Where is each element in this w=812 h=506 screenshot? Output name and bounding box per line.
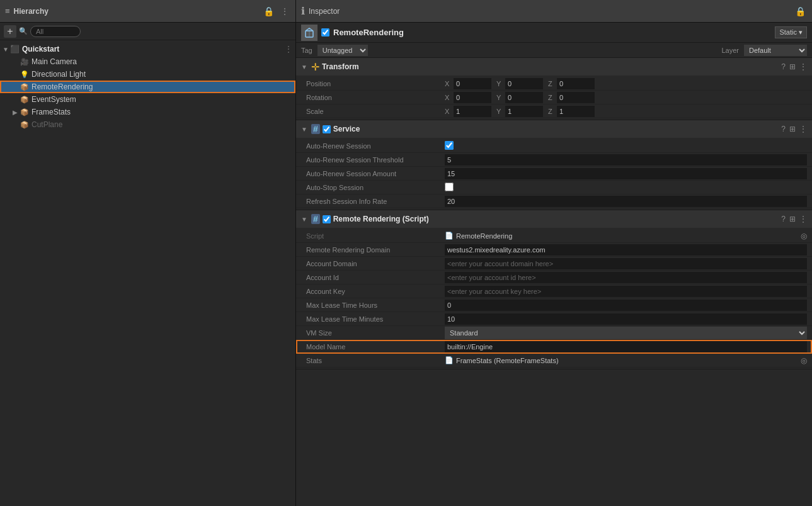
renew-threshold-label: Auto-Renew Session Threshold: [306, 156, 445, 164]
service-dots-icon[interactable]: ⋮: [799, 125, 807, 133]
domain-label: Remote Rendering Domain: [306, 246, 445, 254]
script-hash-icon: #: [311, 214, 320, 224]
tag-dropdown[interactable]: Untagged: [317, 45, 368, 56]
stats-file-icon: 📄: [445, 356, 454, 364]
account-id-field[interactable]: [445, 272, 807, 283]
transform-position-y[interactable]: [505, 78, 543, 89]
transform-rotation-label: Rotation: [306, 94, 445, 101]
lock-icon[interactable]: 🔒: [262, 5, 275, 18]
service-help-icon[interactable]: ?: [781, 125, 786, 133]
transform-position-z[interactable]: [557, 78, 595, 89]
script-settings-icon[interactable]: ⊞: [789, 215, 796, 223]
add-button[interactable]: +: [4, 25, 16, 38]
tree-item-cut-plane[interactable]: 📦 CutPlane: [0, 118, 295, 131]
service-settings-icon[interactable]: ⊞: [789, 125, 796, 133]
service-hash-icon: #: [311, 124, 320, 134]
script-dots-icon[interactable]: ⋮: [799, 215, 807, 223]
renew-amount-label: Auto-Renew Session Amount: [306, 170, 445, 177]
tree-item-directional-light[interactable]: 💡 Directional Light: [0, 68, 295, 81]
tree-item-remote-rendering[interactable]: 📦 RemoteRendering: [0, 81, 295, 93]
transform-scale-y[interactable]: [505, 106, 543, 117]
domain-field[interactable]: [445, 244, 807, 256]
transform-settings-icon[interactable]: ⊞: [789, 62, 796, 71]
transform-rotation-xyz: X Y Z: [445, 92, 807, 103]
script-ref-value: RemoteRendering: [456, 232, 512, 240]
xyz-y-label-rot: Y: [496, 94, 505, 101]
tag-label: Tag: [301, 47, 312, 54]
transform-dots-icon[interactable]: ⋮: [799, 62, 807, 71]
hamburger-icon: ≡: [5, 6, 10, 16]
transform-section-header[interactable]: ▼ ✛ Transform ? ⊞ ⋮: [296, 58, 812, 76]
inspector-header: ℹ Inspector 🔒: [296, 0, 812, 23]
object-enabled-checkbox[interactable]: [321, 28, 329, 37]
script-help-icon[interactable]: ?: [781, 215, 786, 223]
account-domain-label: Account Domain: [306, 260, 445, 267]
tree-icon-cut-plane: 📦: [20, 121, 29, 129]
account-key-field[interactable]: [445, 286, 807, 297]
tree-label-main-camera: Main Camera: [31, 57, 77, 66]
stats-ref-value: FrameStats (RemoteFrameStats): [456, 357, 559, 364]
search-input[interactable]: [30, 26, 81, 37]
tree-label-directional-light: Directional Light: [31, 70, 86, 79]
dots-menu-icon[interactable]: ⋮: [279, 5, 290, 18]
service-auto-renew-row: Auto-Renew Session: [296, 139, 812, 153]
inspector-lock-icon[interactable]: 🔒: [794, 5, 807, 18]
tree-item-frame-stats[interactable]: ▶ 📦 FrameStats: [0, 106, 295, 118]
transform-rotation-x[interactable]: [454, 92, 491, 103]
service-section-header[interactable]: ▼ # Service ? ⊞ ⋮: [296, 120, 812, 138]
stats-ref: 📄 FrameStats (RemoteFrameStats): [445, 356, 798, 364]
script-script-row: Script 📄 RemoteRendering ◎: [296, 229, 812, 243]
refresh-rate-field[interactable]: [445, 196, 807, 207]
script-lease-minutes-row: Max Lease Time Minutes: [296, 312, 812, 326]
transform-scale-x[interactable]: [454, 106, 491, 117]
transform-help-icon[interactable]: ?: [781, 62, 786, 71]
account-domain-field[interactable]: [445, 258, 807, 269]
hierarchy-header: ≡ Hierarchy 🔒 ⋮: [0, 0, 295, 23]
script-enabled-checkbox[interactable]: [323, 215, 331, 223]
transform-rotation-z[interactable]: [557, 92, 595, 103]
transform-scale-z[interactable]: [557, 106, 595, 117]
service-section-actions: ? ⊞ ⋮: [781, 125, 807, 133]
auto-stop-checkbox[interactable]: [445, 183, 454, 191]
stats-target-icon[interactable]: ◎: [801, 356, 807, 365]
lease-minutes-field[interactable]: [445, 313, 807, 325]
script-target-icon[interactable]: ◎: [801, 232, 807, 240]
vm-size-select[interactable]: Standard: [445, 327, 807, 339]
inspector-panel: ℹ Inspector 🔒 RemoteRendering Static ▾ T…: [296, 0, 812, 506]
refresh-rate-label: Refresh Session Info Rate: [306, 198, 445, 205]
script-section-header[interactable]: ▼ # Remote Rendering (Script) ? ⊞ ⋮: [296, 210, 812, 228]
tree-item-main-camera[interactable]: 🎥 Main Camera: [0, 55, 295, 68]
service-enabled-checkbox[interactable]: [323, 125, 331, 133]
script-lease-hours-row: Max Lease Time Hours: [296, 298, 812, 312]
hierarchy-panel: ≡ Hierarchy 🔒 ⋮ + 🔍 ▼ ⬛ Quickstart ⋮ 🎥 M…: [0, 0, 296, 506]
transform-rotation-row: Rotation X Y Z: [296, 91, 812, 104]
transform-position-row: Position X Y Z: [296, 77, 812, 91]
tree-icon-main-camera: 🎥: [20, 58, 29, 66]
transform-title: Transform: [322, 62, 779, 71]
service-refresh-rate-row: Refresh Session Info Rate: [296, 194, 812, 208]
service-renew-threshold-row: Auto-Renew Session Threshold: [296, 153, 812, 167]
static-button[interactable]: Static ▾: [775, 26, 807, 38]
layer-dropdown[interactable]: Default: [744, 45, 807, 56]
renew-amount-field[interactable]: [445, 168, 807, 179]
inspector-icon: ℹ: [301, 5, 305, 17]
script-account-key-row: Account Key: [296, 284, 812, 298]
transform-icon: ✛: [311, 61, 319, 73]
lease-hours-label: Max Lease Time Hours: [306, 301, 445, 309]
tree-icon-frame-stats: 📦: [20, 108, 29, 116]
auto-renew-checkbox[interactable]: [445, 141, 454, 150]
search-icon: 🔍: [19, 27, 28, 35]
tree-item-event-system[interactable]: 📦 EventSystem: [0, 93, 295, 106]
transform-position-x[interactable]: [454, 78, 491, 89]
transform-rotation-y[interactable]: [505, 92, 543, 103]
tree-icon-event-system: 📦: [20, 96, 29, 104]
transform-scale-label: Scale: [306, 108, 445, 115]
model-name-field[interactable]: [445, 341, 807, 352]
service-section-body: Auto-Renew Session Auto-Renew Session Th…: [296, 138, 812, 210]
tree-label-remote-rendering: RemoteRendering: [31, 82, 93, 91]
lease-hours-field[interactable]: [445, 300, 807, 311]
tree-item-quickstart[interactable]: ▼ ⬛ Quickstart ⋮: [0, 43, 295, 55]
transform-scale-xyz: X Y Z: [445, 106, 807, 117]
tree-dots-quickstart[interactable]: ⋮: [284, 44, 293, 54]
renew-threshold-field[interactable]: [445, 154, 807, 166]
